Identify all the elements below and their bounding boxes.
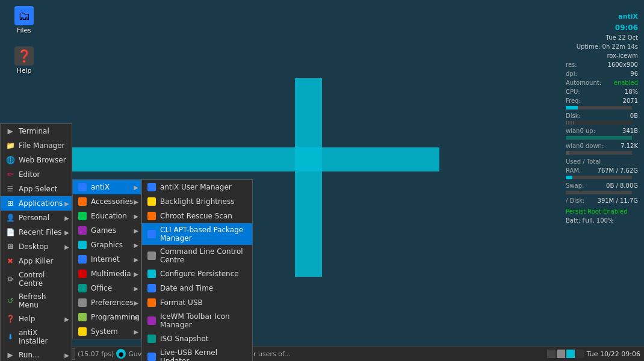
sysinfo-wlan0up-val: 341B <box>622 126 638 135</box>
desktop-icon-files[interactable]: 🗂 Files <box>6 6 42 34</box>
color-box-4[interactable] <box>576 350 584 358</box>
sysinfo-res-row: res: 1600x900 <box>566 60 638 69</box>
sysinfo-batt: Batt: Full, 100% <box>566 216 638 225</box>
web-browser-icon: 🌐 <box>5 155 15 165</box>
sysinfo-wlan0down-bar-fill <box>566 151 569 155</box>
sysinfo-ram-header: Used / Total <box>566 157 638 166</box>
menu-item-control-centre[interactable]: ⚙ Control Centre <box>1 268 72 290</box>
submenu1-graphics[interactable]: Graphics ▶ <box>73 238 141 252</box>
app-killer-label: App Killer <box>19 257 53 265</box>
refresh-menu-label: Refresh Menu <box>19 292 67 309</box>
submenu1-preferences[interactable]: Preferences ▶ <box>73 295 141 310</box>
terminal-label: Terminal <box>19 127 49 135</box>
submenu1-education[interactable]: Education ▶ <box>73 209 141 223</box>
submenu1-games[interactable]: Games ▶ <box>73 223 141 238</box>
sysinfo-freq-label: Freq: <box>566 96 581 105</box>
submenu1-accessories[interactable]: Accessories ▶ <box>73 194 141 209</box>
menu-item-applications[interactable]: ⊞ Applications ▶ <box>1 196 72 211</box>
chroot-rescue-scan-label: Chroot Rescue Scan <box>160 212 232 220</box>
recent-files-icon: 📄 <box>5 227 15 237</box>
live-usb-kernel-updater-icon <box>147 352 156 361</box>
submenu2-format-usb[interactable]: Format USB <box>142 295 252 310</box>
submenu2-live-usb-kernel-updater[interactable]: Live-USB Kernel Updater <box>142 346 252 361</box>
color-box-3[interactable] <box>566 350 575 358</box>
menu-item-editor[interactable]: ✏ Editor <box>1 167 72 182</box>
submenu2-backlight-brightness[interactable]: Backlight Brightness <box>142 194 252 209</box>
web-browser-label: Web Browser <box>19 156 66 164</box>
sysinfo-swap-val: 0B / 8.00G <box>606 181 638 190</box>
menu-item-help[interactable]: ❓ Help ▶ <box>1 312 72 326</box>
antix-sub-arrow: ▶ <box>134 184 138 191</box>
submenu2-iso-snapshot[interactable]: ISO Snapshot <box>142 332 252 346</box>
menu-item-app-killer[interactable]: ✖ App Killer <box>1 254 72 268</box>
submenu1-office[interactable]: Office ▶ <box>73 281 141 295</box>
menu-item-desktop[interactable]: 🖥 Desktop ▶ <box>1 239 72 254</box>
menu-item-recent-files[interactable]: 📄 Recent Files ▶ <box>1 225 72 239</box>
icewm-toolbar-label: IceWM Toolbar Icon Manager <box>160 312 247 329</box>
menu-item-personal[interactable]: 👤 Personal ▶ <box>1 211 72 225</box>
submenu2-icewm-toolbar[interactable]: IceWM Toolbar Icon Manager <box>142 310 252 332</box>
antix-installer-label: antiX Installer <box>19 329 67 345</box>
applications-icon: ⊞ <box>5 199 15 208</box>
submenu1-programming[interactable]: Programming ▶ <box>73 310 141 324</box>
sysinfo-wlan0up-row: wlan0 up: 341B <box>566 126 638 135</box>
sysinfo-used-label: Used / Total <box>566 157 601 166</box>
submenu1-multimedia[interactable]: Multimedia ▶ <box>73 267 141 281</box>
configure-persistence-label: Configure Persistence <box>160 270 239 278</box>
submenu1-system[interactable]: System ▶ <box>73 324 141 339</box>
terminal-icon: ▶ <box>5 126 15 136</box>
sysinfo-time: 09:06 <box>566 22 638 33</box>
multimedia-sub-label: Multimedia <box>91 270 131 278</box>
control-centre-label: Control Centre <box>19 271 67 288</box>
submenu2-date-and-time[interactable]: Date and Time <box>142 281 252 295</box>
internet-sub-label: Internet <box>91 255 120 264</box>
left-panel: ▶ Terminal 📁 File Manager 🌐 Web Browser … <box>0 123 72 361</box>
run-label: Run... <box>19 351 39 359</box>
submenu2-cli-apt[interactable]: CLI APT-based Package Manager <box>142 223 252 245</box>
menu-item-file-manager[interactable]: 📁 File Manager <box>1 138 72 153</box>
menu-item-antix-installer[interactable]: ⬇ antiX Installer <box>1 326 72 348</box>
menu-item-app-select[interactable]: ☰ App Select <box>1 182 72 196</box>
desktop-icon-help[interactable]: ❓ Help <box>6 46 42 75</box>
submenu2-antix-user-manager[interactable]: antiX User Manager <box>142 180 252 194</box>
desktop-label: Desktop <box>19 242 49 251</box>
education-sub-icon <box>78 211 87 221</box>
submenu2-configure-persistence[interactable]: Configure Persistence <box>142 267 252 281</box>
submenu2-chroot-rescue-scan[interactable]: Chroot Rescue Scan <box>142 209 252 223</box>
internet-sub-arrow: ▶ <box>134 256 138 263</box>
sysinfo-freq-row: Freq: 2071 <box>566 96 638 105</box>
taskbar: 1 2 SimpleS... (15.07 fps) ● Guvcview A … <box>0 346 644 361</box>
sysinfo-wlan0down-bar <box>566 151 632 155</box>
office-sub-arrow: ▶ <box>134 285 138 292</box>
education-sub-arrow: ▶ <box>134 213 138 220</box>
recent-files-arrow: ▶ <box>64 229 69 236</box>
submenu2-command-line-control-centre[interactable]: Command Line Control Centre <box>142 245 252 267</box>
sysinfo-cpu-val: 18% <box>625 87 638 96</box>
sysinfo-ram-bar <box>566 176 632 179</box>
menu-item-terminal[interactable]: ▶ Terminal <box>1 124 72 138</box>
menu-item-run[interactable]: ▶ Run... ▶ <box>1 348 72 361</box>
graphics-sub-arrow: ▶ <box>134 242 138 248</box>
sysinfo-dpi-val: 96 <box>630 69 638 78</box>
preferences-sub-arrow: ▶ <box>134 300 138 306</box>
sysinfo-ram-label: RAM: <box>566 166 581 175</box>
sysinfo-automount-row: Automount: enabled <box>566 78 638 87</box>
sysinfo-disk2-row: / Disk: 391M / 11.7G <box>566 196 638 205</box>
submenu1-antix[interactable]: antiX ▶ <box>73 180 141 194</box>
menu-item-refresh-menu[interactable]: ↺ Refresh Menu <box>1 290 72 312</box>
multimedia-sub-icon <box>78 269 87 279</box>
color-boxes <box>547 350 584 358</box>
app-killer-icon: ✖ <box>5 256 15 266</box>
personal-icon: 👤 <box>5 213 15 223</box>
command-line-control-centre-label: Command Line Control Centre <box>160 247 247 264</box>
submenu-antix: antiX User Manager Backlight Brightness … <box>141 179 253 361</box>
submenu1-internet[interactable]: Internet ▶ <box>73 252 141 267</box>
taskbar-clock: Tue 10/22 09:06 <box>587 350 640 358</box>
system-sub-arrow: ▶ <box>134 329 138 335</box>
guvcview-icon[interactable]: ● <box>116 349 126 359</box>
desktop-arrow: ▶ <box>64 244 69 250</box>
color-box-1[interactable] <box>547 350 556 358</box>
menu-item-web-browser[interactable]: 🌐 Web Browser <box>1 153 72 167</box>
games-sub-icon <box>78 226 87 235</box>
color-box-2[interactable] <box>557 350 565 358</box>
